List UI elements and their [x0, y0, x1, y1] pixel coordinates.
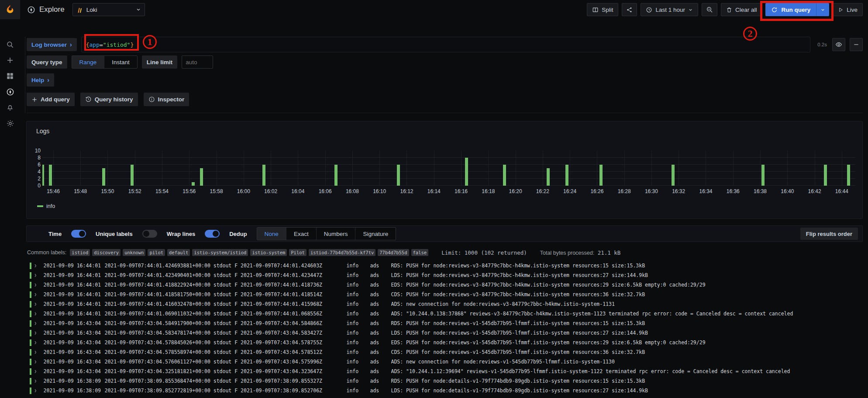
log-volume-bar: [824, 165, 827, 186]
x-tick-label: 16:36: [727, 188, 740, 194]
dedup-option-numbers[interactable]: Numbers: [317, 228, 356, 240]
log-row[interactable]: ❯2021-09-09 16:43:042021-09-09T07:43:04.…: [26, 328, 868, 338]
x-tick-label: 16:30: [645, 188, 658, 194]
gridline-x: [352, 151, 353, 186]
live-button[interactable]: Live: [833, 3, 863, 16]
log-row[interactable]: ❯2021-09-09 16:43:042021-09-09T07:43:04.…: [26, 318, 868, 328]
expand-chevron-icon: ❯: [34, 340, 38, 345]
time-toggle-label: Time: [48, 231, 62, 237]
sidebar-item-create[interactable]: [0, 52, 20, 68]
sidebar-item-configuration[interactable]: [0, 115, 20, 131]
x-tick-label: 16:06: [319, 188, 332, 194]
log-row[interactable]: ❯2021-09-09 16:44:012021-09-09T07:44:01.…: [26, 309, 868, 318]
query-token: {: [86, 42, 90, 48]
sidebar-item-search[interactable]: [0, 37, 20, 52]
grafana-logo[interactable]: [0, 0, 20, 19]
dedup-option-signature[interactable]: Signature: [355, 228, 396, 240]
log-row[interactable]: ❯2021-09-09 16:43:042021-09-09T07:43:04.…: [26, 347, 868, 357]
split-button[interactable]: Split: [587, 3, 618, 16]
log-row[interactable]: ❯2021-09-09 16:43:042021-09-09T07:43:04.…: [26, 367, 868, 376]
log-message: EDS: PUSH for node:reviews-v3-84779c7bbc…: [391, 282, 868, 288]
gridline-x: [434, 151, 434, 186]
gridline-x: [651, 151, 652, 186]
x-tick-label: 15:58: [210, 188, 223, 194]
log-timestamp: 2021-09-09 16:43:04: [44, 349, 105, 355]
log-browser-button[interactable]: Log browser ›: [27, 38, 77, 51]
inspector-button[interactable]: Inspector: [144, 93, 189, 106]
log-raw-prefix: 2021-09-09T07:44:01.418581750+00:00 stdo…: [105, 291, 347, 298]
log-volume-bar: [49, 165, 52, 186]
common-labels-label: Common labels:: [27, 249, 66, 256]
remove-query-button[interactable]: [850, 38, 863, 51]
zoom-out-button[interactable]: [702, 3, 717, 16]
query-type-option-instant[interactable]: Instant: [104, 56, 137, 68]
query-token: app: [90, 42, 100, 48]
log-volume-bar: [102, 168, 105, 186]
gridline-x: [107, 151, 108, 186]
minus-icon: [853, 42, 859, 48]
gridline-x: [135, 151, 135, 186]
log-raw-prefix: 2021-09-09T07:43:04.578845026+00:00 stdo…: [105, 339, 347, 346]
log-message: RDS: PUSH for node:reviews-v1-545db77b95…: [391, 320, 868, 326]
sidebar-item-alerting[interactable]: [0, 100, 20, 115]
log-volume-bar: [547, 168, 550, 186]
dedup-option-none[interactable]: None: [257, 228, 286, 240]
y-tick-label: 10: [32, 148, 41, 153]
sidebar-item-dashboards[interactable]: [0, 68, 20, 84]
run-query-group: Run query: [765, 3, 829, 16]
log-logger: ads: [370, 349, 391, 355]
log-level-accent-bar: [30, 330, 31, 336]
time-range-picker[interactable]: Last 1 hour: [641, 3, 698, 16]
line-limit-input[interactable]: [182, 55, 213, 69]
log-level: info: [347, 388, 370, 394]
topbar: Explore Loki Split Last 1 hour: [20, 0, 868, 19]
wrap-lines-toggle[interactable]: [205, 230, 220, 238]
log-row[interactable]: ❯2021-09-09 16:44:012021-09-09T07:44:01.…: [26, 290, 868, 299]
log-volume-bar: [397, 165, 400, 186]
expand-chevron-icon: ❯: [34, 331, 38, 335]
query-input[interactable]: {app="istiod"}: [81, 37, 811, 52]
log-row[interactable]: ❯2021-09-09 16:43:042021-09-09T07:43:04.…: [26, 357, 868, 367]
log-row[interactable]: ❯2021-09-09 16:44:012021-09-09T07:44:01.…: [26, 280, 868, 290]
toggle-knob: [213, 231, 219, 237]
sidebar-item-explore[interactable]: [0, 84, 20, 100]
log-row[interactable]: ❯2021-09-09 16:44:012021-09-09T07:44:01.…: [26, 261, 868, 270]
log-row[interactable]: ❯2021-09-09 16:38:092021-09-09T07:38:09.…: [26, 386, 868, 395]
query-history-button[interactable]: Query history: [80, 93, 138, 106]
log-row[interactable]: ❯2021-09-09 16:38:092021-09-09T07:38:09.…: [26, 376, 868, 386]
logs-chart-plot[interactable]: [42, 151, 855, 186]
toggle-query-visibility-button[interactable]: [832, 38, 845, 51]
legend-item-info[interactable]: info: [37, 203, 855, 209]
dedup-option-exact[interactable]: Exact: [286, 228, 317, 240]
datasource-picker[interactable]: Loki: [72, 3, 145, 16]
legend-label: info: [46, 203, 55, 209]
log-row[interactable]: ❯2021-09-09 16:44:012021-09-09T07:44:01.…: [26, 270, 868, 280]
logs-volume-chart: 0246810 15:4615:4815:5015:5215:5415:5615…: [32, 151, 855, 196]
add-query-button[interactable]: Add query: [27, 93, 75, 106]
log-logger: ads: [370, 359, 391, 365]
gridline-x: [597, 151, 597, 186]
share-button[interactable]: [622, 3, 637, 16]
log-message: LDS: PUSH for node:details-v1-79f774bdb9…: [391, 388, 868, 394]
x-tick-label: 16:10: [373, 188, 386, 194]
line-limit-label: Line limit: [142, 55, 177, 69]
run-query-dropdown[interactable]: [816, 3, 829, 16]
log-row[interactable]: ❯2021-09-09 16:43:042021-09-09T07:43:04.…: [26, 338, 868, 347]
explore-compass-icon: [27, 6, 35, 14]
expand-chevron-icon: ❯: [34, 388, 38, 393]
common-label-badge: istio-system/istiod: [192, 249, 248, 256]
log-level: info: [347, 282, 370, 288]
log-timestamp: 2021-09-09 16:43:04: [44, 368, 105, 374]
log-logger: ads: [370, 272, 391, 278]
x-tick-label: 16:08: [346, 188, 359, 194]
run-query-button[interactable]: Run query: [765, 3, 816, 16]
time-toggle[interactable]: [71, 230, 86, 238]
log-raw-prefix: 2021-09-09T07:43:04.583478174+00:00 stdo…: [105, 330, 347, 336]
query-type-option-range[interactable]: Range: [72, 56, 105, 68]
clear-all-button[interactable]: Clear all: [721, 3, 762, 16]
help-button[interactable]: Help ›: [27, 73, 54, 87]
unique-labels-toggle[interactable]: [142, 230, 157, 238]
log-logger: ads: [370, 263, 391, 269]
log-row[interactable]: ❯2021-09-09 16:44:012021-09-09T07:44:01.…: [26, 299, 868, 309]
flip-results-order-button[interactable]: Flip results order: [800, 228, 858, 240]
